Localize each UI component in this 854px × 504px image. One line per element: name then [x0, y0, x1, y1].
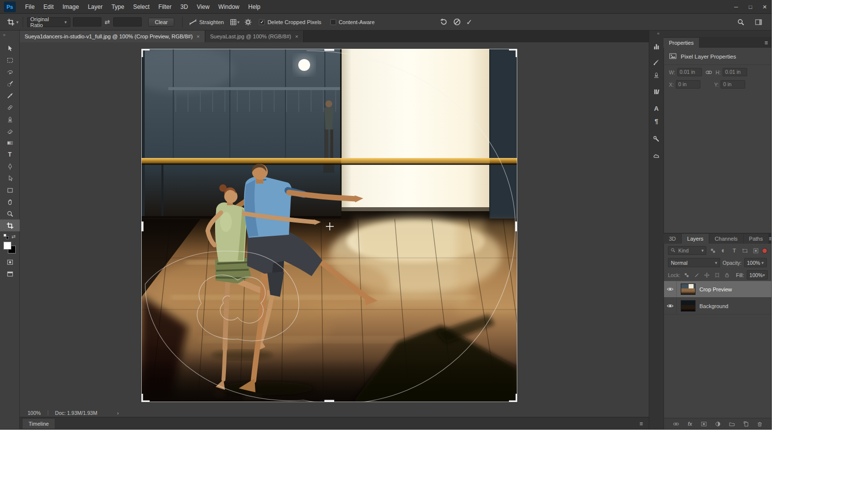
ratio-height-input[interactable] — [113, 17, 142, 27]
h-value-field[interactable]: 0.01 in — [723, 68, 747, 76]
hand-tool[interactable] — [0, 196, 20, 208]
lock-all-icon[interactable] — [724, 271, 731, 279]
crop-handle-top[interactable] — [324, 49, 334, 51]
zoom-level[interactable]: 100% — [28, 410, 41, 416]
menu-edit[interactable]: Edit — [39, 0, 58, 14]
layer-effects-icon[interactable]: fx — [686, 420, 694, 428]
filter-adjustment-layers-icon[interactable]: ◐ — [719, 247, 727, 255]
menu-help[interactable]: Help — [244, 0, 265, 14]
eyedropper-tool[interactable] — [0, 90, 20, 101]
menu-image[interactable]: Image — [58, 0, 83, 14]
clone-stamp-tool[interactable] — [0, 113, 20, 125]
layer-filter-toggle[interactable] — [762, 249, 767, 253]
path-selection-tool[interactable] — [0, 172, 20, 184]
tab-properties[interactable]: Properties — [664, 38, 699, 48]
status-options-icon[interactable]: › — [117, 410, 119, 416]
close-tab-icon[interactable]: × — [295, 33, 298, 39]
overlay-options-icon[interactable]: ▾ — [227, 18, 242, 26]
straighten-label[interactable]: Straighten — [199, 19, 224, 25]
layer-name[interactable]: Crop Preview — [699, 286, 732, 292]
crop-handle-left[interactable] — [141, 221, 144, 231]
crop-preview-document[interactable] — [141, 49, 517, 402]
link-dimensions-icon[interactable] — [704, 69, 714, 76]
move-tool[interactable] — [0, 42, 20, 54]
layer-thumbnail[interactable] — [681, 284, 696, 295]
close-tab-icon[interactable]: × — [196, 33, 199, 39]
blend-mode-select[interactable]: Normal ▾ — [668, 258, 720, 267]
new-group-icon[interactable] — [727, 420, 736, 428]
menu-layer[interactable]: Layer — [83, 0, 107, 14]
straighten-icon[interactable] — [187, 18, 199, 26]
reset-crop-icon[interactable] — [437, 18, 450, 26]
character-panel-icon[interactable]: A — [650, 102, 663, 115]
tab-paths[interactable]: Paths — [744, 234, 768, 244]
filter-type-layers-icon[interactable]: T — [730, 247, 738, 255]
menu-view[interactable]: View — [192, 0, 214, 14]
document-tab-active[interactable]: Sueya1dancers-in-studio-v1_full.jpg @ 10… — [20, 31, 205, 42]
timeline-menu-icon[interactable]: ≡ — [639, 420, 643, 427]
foreground-color-swatch[interactable] — [3, 242, 11, 250]
tab-layers[interactable]: Layers — [682, 234, 709, 244]
crop-handle-bottom[interactable] — [324, 400, 334, 403]
fill-select[interactable]: 100% ▾ — [747, 270, 768, 280]
screen-mode-icon[interactable] — [0, 268, 20, 280]
tab-3d[interactable]: 3D — [664, 234, 681, 244]
filter-smart-objects-icon[interactable] — [752, 247, 760, 255]
pen-tool[interactable] — [0, 160, 20, 172]
swap-dimensions-icon[interactable]: ⇄ — [104, 18, 111, 26]
crop-handle-right[interactable] — [515, 221, 518, 231]
document-size-info[interactable]: Doc: 1.93M/1.93M — [55, 410, 97, 416]
menu-filter[interactable]: Filter — [154, 0, 176, 14]
rectangular-marquee-tool[interactable] — [0, 54, 20, 66]
new-layer-icon[interactable] — [742, 420, 750, 428]
lock-artboard-icon[interactable] — [713, 271, 721, 279]
workspace-icon[interactable] — [752, 18, 765, 26]
swap-colors-icon[interactable]: ⇄ — [11, 234, 15, 239]
minimize-button[interactable]: ─ — [729, 0, 743, 14]
menu-3d[interactable]: 3D — [176, 0, 192, 14]
w-value-field[interactable]: 0.01 in — [677, 68, 702, 76]
crop-tool-options-icon[interactable]: ▾ — [7, 18, 19, 26]
aspect-ratio-select[interactable]: Original Ratio ▾ — [27, 17, 70, 27]
commit-crop-icon[interactable]: ✓ — [464, 18, 475, 27]
layer-name[interactable]: Background — [699, 303, 728, 309]
collapse-tools-icon[interactable]: » — [0, 31, 19, 42]
menu-select[interactable]: Select — [128, 0, 154, 14]
gradient-tool[interactable] — [0, 137, 20, 149]
eraser-tool[interactable] — [0, 125, 20, 137]
quick-mask-icon[interactable] — [0, 256, 20, 268]
cancel-crop-icon[interactable] — [450, 18, 464, 26]
lock-paint-icon[interactable] — [693, 271, 701, 279]
crop-tool[interactable] — [0, 220, 20, 231]
filter-shape-layers-icon[interactable] — [741, 247, 749, 255]
paragraph-panel-icon[interactable]: ¶ — [650, 115, 663, 127]
clear-button[interactable]: Clear — [148, 18, 174, 27]
visibility-eye-icon[interactable] — [664, 281, 677, 297]
expand-panels-icon[interactable]: « — [657, 31, 660, 36]
visibility-eye-icon[interactable] — [664, 298, 677, 314]
adjustment-layer-icon[interactable] — [714, 420, 722, 428]
timeline-tab[interactable]: Timeline — [23, 419, 55, 429]
libraries-panel-icon[interactable] — [650, 85, 663, 98]
search-icon[interactable] — [734, 18, 747, 26]
close-button[interactable]: ✕ — [758, 0, 772, 14]
spot-healing-tool[interactable] — [0, 101, 20, 113]
canvas-area[interactable] — [20, 42, 649, 409]
zoom-tool[interactable] — [0, 208, 20, 220]
y-value-field[interactable]: 0 in — [721, 80, 745, 89]
menu-type[interactable]: Type — [107, 0, 128, 14]
clone-source-panel-icon[interactable] — [650, 68, 663, 81]
lock-transparency-icon[interactable] — [683, 271, 691, 279]
tab-channels[interactable]: Channels — [709, 234, 743, 244]
crop-settings-gear-icon[interactable] — [242, 18, 254, 26]
lasso-tool[interactable] — [0, 66, 20, 78]
layer-filter-kind-select[interactable]: Kind ▾ — [668, 246, 706, 255]
menu-window[interactable]: Window — [214, 0, 244, 14]
filter-pixel-layers-icon[interactable] — [709, 247, 717, 255]
default-colors-icon[interactable] — [3, 234, 9, 239]
ratio-width-input[interactable] — [73, 17, 101, 27]
layers-menu-icon[interactable]: ≡ — [769, 235, 772, 244]
delete-cropped-pixels-checkbox[interactable]: ✓ Delete Cropped Pixels — [259, 19, 321, 25]
document-tab-inactive[interactable]: SueyaLast.jpg @ 100% (RGB/8#) × — [205, 31, 304, 42]
layer-row-background[interactable]: Background — [664, 298, 772, 315]
